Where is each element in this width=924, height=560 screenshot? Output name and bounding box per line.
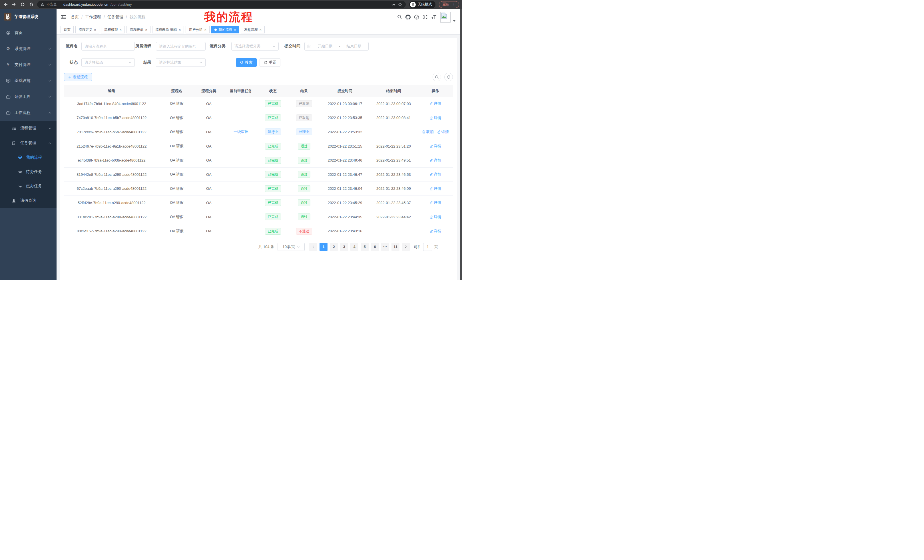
- avatar[interactable]: [440, 12, 451, 22]
- tab[interactable]: 流程表单 ×: [126, 26, 150, 33]
- detail-action[interactable]: 详情: [429, 115, 441, 120]
- page-size-select[interactable]: 10条/页: [278, 243, 304, 251]
- detail-action[interactable]: 详情: [429, 172, 441, 177]
- close-icon[interactable]: ×: [120, 28, 122, 32]
- detail-action[interactable]: 详情: [437, 129, 449, 135]
- search-icon[interactable]: [395, 13, 404, 21]
- result-select[interactable]: 请选择流结果: [156, 58, 206, 67]
- browser-home-icon[interactable]: [28, 2, 34, 7]
- sidebar-item-home[interactable]: 首页: [0, 25, 57, 41]
- page-number-button[interactable]: 1: [320, 243, 327, 251]
- col-header: 状态: [258, 88, 288, 94]
- page-number-button[interactable]: 3: [340, 243, 348, 251]
- sidebar-item-leave-query[interactable]: 请假查询: [0, 193, 57, 208]
- sidebar-item-system[interactable]: ⚙ 系统管理: [0, 41, 57, 57]
- close-icon[interactable]: ×: [145, 28, 147, 32]
- sidebar-item-label: 工作流程: [15, 110, 48, 115]
- sidebar-item-dev-tools[interactable]: 研发工具: [0, 89, 57, 105]
- breadcrumb-item[interactable]: 工作流程: [85, 15, 101, 20]
- cancel-action[interactable]: 取消: [422, 129, 434, 135]
- current-task-link[interactable]: 一级审批: [234, 129, 248, 135]
- password-key-icon[interactable]: [391, 2, 396, 7]
- process-definition-input[interactable]: [159, 44, 202, 48]
- browser-back-icon[interactable]: [3, 2, 8, 7]
- fullscreen-icon[interactable]: [421, 13, 429, 21]
- process-category-select[interactable]: 请选择流程分类: [231, 42, 279, 51]
- bookmark-star-icon[interactable]: [398, 2, 402, 7]
- prev-page-button[interactable]: [309, 243, 317, 251]
- detail-action[interactable]: 详情: [429, 214, 441, 220]
- submit-time-label: 提交时间: [284, 44, 300, 49]
- sidebar-item-task-mgmt[interactable]: 任务管理: [0, 136, 57, 150]
- sidebar-item-infra[interactable]: 基础设施: [0, 73, 57, 89]
- sidebar-item-workflow[interactable]: 工作流程: [0, 105, 57, 121]
- cell-id: 7317cec6-7b9b-11ec-b5b7-acde48001122: [64, 130, 159, 134]
- detail-action-label: 详情: [434, 158, 441, 163]
- tab[interactable]: 用户分组 ×: [186, 26, 210, 33]
- close-icon[interactable]: ×: [179, 28, 181, 32]
- close-icon[interactable]: ×: [234, 28, 236, 32]
- page-number-button[interactable]: 2: [330, 243, 338, 251]
- refresh-table-button[interactable]: [444, 73, 453, 81]
- reset-button[interactable]: 重置: [260, 58, 280, 67]
- sidebar-item-payment[interactable]: ¥ 支付管理: [0, 57, 57, 73]
- browser-forward-icon[interactable]: [11, 2, 16, 7]
- sidebar-item-process-mgmt[interactable]: 流程管理: [0, 121, 57, 136]
- cell-category: OA: [194, 115, 223, 120]
- reset-button-label: 重置: [269, 60, 276, 65]
- avatar-caret-icon[interactable]: [453, 20, 456, 22]
- breadcrumb-separator: /: [126, 15, 127, 19]
- detail-action-label: 详情: [434, 172, 441, 177]
- status-select[interactable]: 请选择状态: [81, 58, 135, 67]
- breadcrumb-item[interactable]: 首页: [71, 15, 79, 20]
- sidebar-item-label: 基础设施: [15, 78, 48, 83]
- sidebar-collapse-icon[interactable]: [60, 14, 67, 20]
- submit-time-range-picker[interactable]: 开始日期 - 结束日期: [304, 42, 369, 51]
- create-process-button[interactable]: 发起流程: [64, 73, 92, 81]
- help-icon[interactable]: [412, 13, 421, 21]
- sidebar-item-label: 流程管理: [20, 126, 48, 131]
- result-badge: 处理中: [296, 129, 312, 135]
- tab[interactable]: 发起流程 ×: [241, 26, 265, 33]
- detail-action[interactable]: 详情: [429, 158, 441, 163]
- chevron-down-icon: [48, 47, 51, 51]
- page-number-button[interactable]: 5: [361, 243, 369, 251]
- font-size-icon[interactable]: [429, 13, 438, 21]
- red-annotation-text: 我的流程: [204, 10, 253, 23]
- tab[interactable]: 流程表单-编辑 ×: [152, 26, 184, 33]
- sidebar-item-my-process[interactable]: 我的流程: [0, 150, 57, 165]
- col-header: 提交时间: [321, 88, 369, 94]
- close-icon[interactable]: ×: [204, 28, 207, 32]
- page-number-button[interactable]: 6: [371, 243, 379, 251]
- browser-reload-icon[interactable]: [20, 2, 25, 7]
- process-name-input[interactable]: [84, 44, 132, 48]
- process-definition-input-wrap: [156, 42, 206, 51]
- goto-page-input[interactable]: [423, 243, 432, 251]
- sidebar-item-todo-tasks[interactable]: 待办任务: [0, 165, 57, 179]
- next-page-button[interactable]: [402, 243, 410, 251]
- browser-menu-icon[interactable]: ⋮: [452, 2, 456, 7]
- sidebar-item-done-tasks[interactable]: 已办任务: [0, 179, 57, 193]
- breadcrumb-item[interactable]: 任务管理: [107, 15, 123, 20]
- detail-action[interactable]: 详情: [429, 144, 441, 149]
- detail-action[interactable]: 详情: [429, 200, 441, 205]
- detail-action[interactable]: 详情: [429, 101, 441, 106]
- more-pages-icon[interactable]: •••: [381, 243, 389, 251]
- github-icon[interactable]: [404, 13, 412, 21]
- start-date-placeholder: 开始日期: [314, 44, 337, 49]
- tab[interactable]: 流程模型 ×: [101, 26, 125, 33]
- tab[interactable]: 我的流程 ×: [211, 26, 239, 33]
- detail-action[interactable]: 详情: [429, 186, 441, 191]
- detail-action[interactable]: 详情: [429, 229, 441, 234]
- show-search-toggle-button[interactable]: [433, 73, 441, 81]
- tab[interactable]: 流程定义 ×: [75, 26, 99, 33]
- tab[interactable]: 首页: [60, 26, 74, 33]
- browser-update-button[interactable]: 更新 ⋮: [439, 1, 459, 8]
- search-button[interactable]: 搜索: [236, 58, 257, 67]
- close-icon[interactable]: ×: [260, 28, 262, 32]
- address-bar[interactable]: 不安全 dashboard.yudao.iocoder.cn/bpm/task/…: [37, 1, 406, 8]
- url-host: dashboard.yudao.iocoder.cn: [63, 3, 108, 7]
- last-page-button[interactable]: 11: [392, 243, 399, 251]
- close-icon[interactable]: ×: [94, 28, 96, 32]
- page-number-button[interactable]: 4: [350, 243, 358, 251]
